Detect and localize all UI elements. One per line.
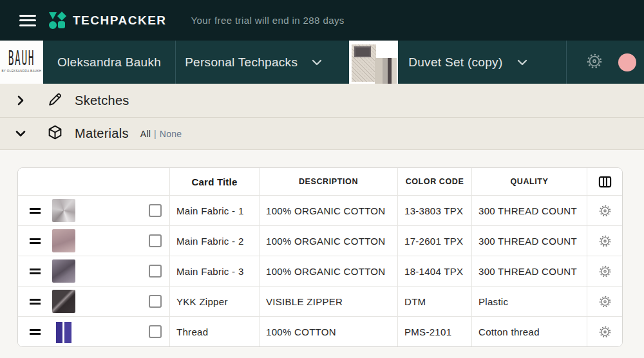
cell-quality[interactable]: 300 THREAD COUNT [472, 256, 587, 286]
cell-quality[interactable]: Plastic [472, 287, 587, 316]
collection-dropdown[interactable]: Personal Techpacks [176, 41, 331, 84]
cell-settings [587, 287, 622, 316]
row-gear-icon[interactable] [598, 234, 612, 248]
chevron-down-icon[interactable] [14, 130, 27, 137]
brand-name: TECHPACKER [73, 14, 167, 28]
techpacker-logo-icon [49, 12, 66, 29]
cell-quality[interactable]: 300 THREAD COUNT [472, 226, 587, 256]
cell-color-code[interactable]: 18-1404 TPX [398, 256, 472, 286]
row-checkbox[interactable] [149, 295, 162, 308]
material-thumbnail[interactable] [52, 290, 75, 313]
techpack-name: Duvet Set (copy) [408, 55, 502, 70]
cell-card-title[interactable]: Thread [170, 317, 260, 346]
columns-view-icon[interactable] [598, 174, 612, 189]
header-description: DESCRIPTION [260, 168, 398, 195]
baukh-logo-text: BAUH [8, 46, 35, 70]
chevron-down-icon [312, 59, 322, 66]
table-row: Main Fabric - 2 100% ORGANIC COTTON 17-2… [18, 226, 622, 256]
cell-description[interactable]: 100% ORGANIC COTTON [260, 256, 398, 286]
material-thumbnail[interactable] [52, 199, 75, 222]
cell-card-title[interactable]: Main Fabric - 1 [170, 196, 260, 225]
cube-icon [47, 124, 63, 143]
cell-description[interactable]: VISIBLE ZIPPER [260, 287, 398, 316]
techpacker-logo[interactable]: TECHPACKER [49, 12, 167, 29]
table-row: Main Fabric - 1 100% ORGANIC COTTON 13-3… [18, 196, 622, 226]
select-all-link[interactable]: All [140, 129, 151, 139]
row-gear-icon[interactable] [598, 204, 612, 218]
cell-quality[interactable]: Cotton thread [472, 317, 587, 346]
row-checkbox[interactable] [149, 234, 162, 247]
table-row: Main Fabric - 3 100% ORGANIC COTTON 18-1… [18, 256, 622, 287]
cell-card-title[interactable]: YKK Zipper [170, 287, 260, 316]
row-selection-cell [18, 256, 170, 286]
table-header-row: Card Title DESCRIPTION COLOR CODE QUALIT… [18, 168, 622, 196]
header-quality: QUALITY [472, 168, 587, 195]
cell-card-title[interactable]: Main Fabric - 2 [170, 226, 260, 256]
cell-color-code[interactable]: 13-3803 TPX [398, 196, 472, 225]
header-selection-column [18, 168, 170, 195]
drag-handle-icon[interactable] [30, 299, 41, 305]
chevron-right-icon[interactable] [14, 95, 27, 106]
cell-color-code[interactable]: PMS-2101 [398, 317, 472, 346]
top-app-bar: TECHPACKER Your free trial will end in 2… [0, 0, 644, 41]
cell-color-code[interactable]: 17-2601 TPX [398, 226, 472, 256]
header-columns-cell [587, 168, 622, 195]
user-avatar[interactable] [618, 53, 636, 71]
drag-handle-icon[interactable] [30, 208, 41, 214]
cell-color-code[interactable]: DTM [398, 287, 472, 316]
table-row: YKK Zipper VISIBLE ZIPPER DTM Plastic [18, 287, 622, 317]
cell-settings [587, 317, 622, 346]
row-checkbox[interactable] [149, 325, 162, 338]
drag-handle-icon[interactable] [30, 238, 41, 244]
cell-description[interactable]: 100% ORGANIC COTTON [260, 196, 398, 225]
cell-settings [587, 226, 622, 256]
header-card-title: Card Title [170, 168, 260, 195]
material-thumbnail[interactable] [52, 320, 75, 343]
table-body: Main Fabric - 1 100% ORGANIC COTTON 13-3… [18, 196, 622, 346]
row-selection-cell [18, 317, 170, 346]
cell-card-title[interactable]: Main Fabric - 3 [170, 256, 260, 286]
row-checkbox[interactable] [149, 204, 162, 217]
collection-name: Personal Techpacks [185, 55, 298, 70]
row-checkbox[interactable] [149, 265, 162, 278]
section-label-sketches: Sketches [75, 93, 129, 108]
row-gear-icon[interactable] [598, 295, 612, 308]
material-thumbnail[interactable] [52, 259, 75, 283]
drag-handle-icon[interactable] [30, 329, 41, 335]
section-sketches[interactable]: Sketches [0, 84, 644, 118]
cell-description[interactable]: 100% ORGANIC COTTON [260, 226, 398, 256]
row-selection-cell [18, 287, 170, 316]
row-gear-icon[interactable] [598, 265, 612, 278]
header-color-code: COLOR CODE [398, 168, 472, 195]
header-divider [566, 41, 567, 84]
section-label-materials: Materials [75, 126, 129, 141]
row-selection-cell [18, 196, 170, 225]
techpack-thumbnail[interactable] [349, 41, 398, 84]
cell-description[interactable]: 100% COTTON [260, 317, 398, 346]
pencil-icon [47, 91, 63, 110]
table-row: Thread 100% COTTON PMS-2101 Cotton threa… [18, 317, 622, 346]
select-none-link[interactable]: None [160, 129, 182, 139]
settings-gear-icon[interactable] [586, 53, 603, 72]
section-materials[interactable]: Materials All|None [0, 118, 644, 150]
row-selection-cell [18, 226, 170, 256]
baukh-brand-logo[interactable]: BAUH BY OLEKSANDRA BAUKH [0, 41, 43, 84]
owner-name: Oleksandra Baukh [43, 41, 175, 84]
hamburger-menu-icon[interactable] [19, 15, 36, 26]
drag-handle-icon[interactable] [30, 268, 41, 274]
cell-settings [587, 196, 622, 225]
techpack-header-bar: BAUH BY OLEKSANDRA BAUKH Oleksandra Bauk… [0, 41, 644, 84]
material-thumbnail[interactable] [52, 229, 75, 252]
trial-notice: Your free trial will end in 288 days [191, 15, 345, 26]
chevron-down-icon [517, 59, 527, 66]
all-none-separator: | [154, 129, 156, 139]
cell-settings [587, 256, 622, 286]
materials-content: Card Title DESCRIPTION COLOR CODE QUALIT… [0, 150, 644, 347]
row-gear-icon[interactable] [598, 325, 612, 339]
cell-quality[interactable]: 300 THREAD COUNT [472, 196, 587, 225]
select-all-none: All|None [140, 129, 182, 139]
materials-table: Card Title DESCRIPTION COLOR CODE QUALIT… [17, 167, 623, 347]
techpack-dropdown[interactable]: Duvet Set (copy) [398, 41, 536, 84]
